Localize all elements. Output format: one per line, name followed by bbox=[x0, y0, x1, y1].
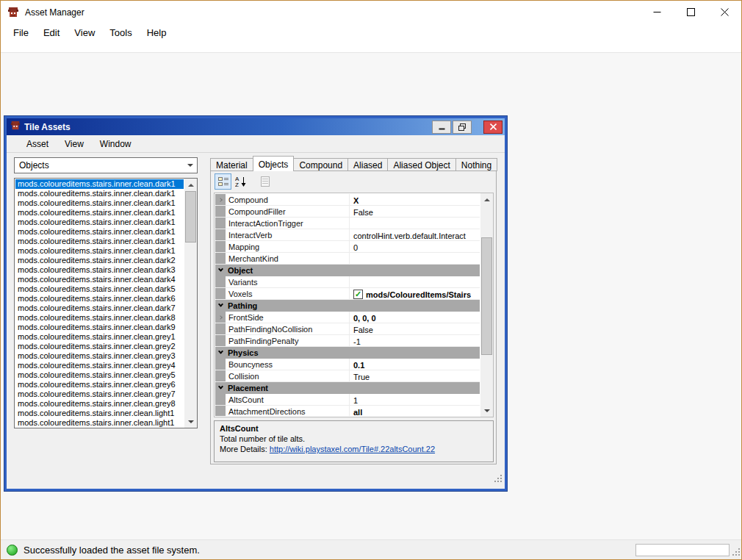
maximize-button[interactable] bbox=[674, 1, 707, 24]
scroll-down-icon[interactable] bbox=[480, 404, 493, 417]
menu-file[interactable]: File bbox=[6, 24, 36, 42]
property-name[interactable]: CompoundFiller bbox=[226, 206, 350, 217]
tab-compound[interactable]: Compound bbox=[293, 158, 348, 171]
grid-scrollbar-thumb[interactable] bbox=[481, 237, 492, 355]
category-row-pathing[interactable]: Pathing bbox=[215, 300, 480, 312]
property-name[interactable]: Mapping bbox=[226, 241, 350, 252]
collapse-icon[interactable] bbox=[215, 265, 226, 276]
minimize-button[interactable] bbox=[640, 1, 674, 24]
tab-nothing[interactable]: Nothing bbox=[455, 158, 497, 171]
property-row[interactable]: Variants bbox=[215, 276, 480, 288]
close-button[interactable] bbox=[707, 1, 741, 24]
list-item[interactable]: mods.coloureditems.stairs.inner.clean.li… bbox=[15, 418, 184, 427]
checked-checkbox-icon[interactable]: ✓ bbox=[353, 290, 363, 299]
child-close-button[interactable] bbox=[483, 121, 503, 134]
property-row[interactable]: AttachmentDirectionsall bbox=[215, 406, 480, 416]
property-row[interactable]: CompoundX bbox=[215, 194, 480, 206]
property-value[interactable]: X bbox=[350, 194, 480, 205]
property-row[interactable]: PathFindingNoCollisionFalse bbox=[215, 323, 480, 335]
child-menu-window[interactable]: Window bbox=[92, 139, 140, 149]
category-row-object[interactable]: Object bbox=[215, 265, 480, 276]
property-name[interactable]: Compound bbox=[226, 194, 350, 205]
child-titlebar[interactable]: Tile Assets bbox=[7, 118, 505, 135]
property-value[interactable]: ✓mods/ColouredItems/Stairs bbox=[350, 288, 480, 299]
property-name[interactable]: Collision bbox=[226, 370, 350, 381]
list-item[interactable]: mods.coloureditems.stairs.inner.clean.da… bbox=[15, 304, 184, 313]
collapse-icon[interactable] bbox=[215, 382, 226, 393]
property-value[interactable]: False bbox=[350, 323, 480, 334]
grid-scrollbar[interactable] bbox=[480, 193, 493, 417]
list-item[interactable]: mods.coloureditems.stairs.inner.clean.gr… bbox=[15, 380, 184, 390]
menu-view[interactable]: View bbox=[67, 24, 102, 42]
list-item[interactable]: mods.coloureditems.stairs.inner.clean.gr… bbox=[15, 399, 184, 409]
property-value[interactable]: 0.1 bbox=[350, 359, 480, 370]
property-value[interactable] bbox=[350, 276, 480, 287]
scroll-up-icon[interactable] bbox=[480, 193, 493, 206]
property-row[interactable]: Voxels✓mods/ColouredItems/Stairs bbox=[215, 288, 480, 300]
tab-aliased-object[interactable]: Aliased Object bbox=[387, 158, 455, 171]
resize-grip[interactable] bbox=[494, 473, 503, 486]
property-value[interactable]: 1 bbox=[350, 394, 480, 405]
list-item[interactable]: mods.coloureditems.stairs.inner.clean.li… bbox=[15, 409, 184, 418]
property-row[interactable]: PathFindingPenalty-1 bbox=[215, 335, 480, 347]
list-item[interactable]: mods.coloureditems.stairs.inner.clean.da… bbox=[15, 189, 184, 198]
collapse-icon[interactable] bbox=[215, 347, 226, 358]
list-item[interactable]: mods.coloureditems.stairs.inner.clean.gr… bbox=[15, 351, 184, 361]
list-item[interactable]: mods.coloureditems.stairs.inner.clean.da… bbox=[15, 256, 184, 265]
categorized-view-button[interactable] bbox=[215, 173, 231, 190]
help-link[interactable]: http://wiki.playstaxel.com/Tile#.22altsC… bbox=[270, 445, 435, 453]
list-item[interactable]: mods.coloureditems.stairs.inner.clean.da… bbox=[15, 265, 184, 275]
property-name[interactable]: FrontSide bbox=[226, 312, 350, 323]
list-item[interactable]: mods.coloureditems.stairs.inner.clean.da… bbox=[15, 218, 184, 227]
list-item[interactable]: mods.coloureditems.stairs.inner.clean.gr… bbox=[15, 361, 184, 370]
child-menu-view[interactable]: View bbox=[57, 139, 92, 149]
child-menu-asset[interactable]: Asset bbox=[18, 139, 57, 149]
property-row[interactable]: CollisionTrue bbox=[215, 370, 480, 382]
list-scrollbar[interactable] bbox=[184, 179, 197, 428]
property-row[interactable]: CompoundFillerFalse bbox=[215, 206, 480, 218]
property-row[interactable]: AltsCount1 bbox=[215, 394, 480, 406]
expand-icon[interactable] bbox=[215, 312, 226, 323]
property-name[interactable]: PathFindingNoCollision bbox=[226, 323, 350, 334]
list-item[interactable]: mods.coloureditems.stairs.inner.clean.da… bbox=[15, 275, 184, 284]
tab-objects[interactable]: Objects bbox=[253, 156, 295, 171]
tab-aliased[interactable]: Aliased bbox=[347, 158, 388, 171]
expand-icon[interactable] bbox=[215, 194, 226, 205]
property-name[interactable]: Bouncyness bbox=[226, 359, 350, 370]
property-row[interactable]: Bouncyness0.1 bbox=[215, 359, 480, 370]
list-item[interactable]: mods.coloureditems.stairs.inner.clean.da… bbox=[15, 294, 184, 304]
list-item[interactable]: mods.coloureditems.stairs.inner.clean.da… bbox=[15, 246, 184, 256]
property-value[interactable]: 0 bbox=[350, 241, 480, 252]
property-name[interactable]: Variants bbox=[226, 276, 350, 287]
property-name[interactable]: MerchantKind bbox=[226, 253, 350, 264]
property-name[interactable]: AttachmentDirections bbox=[226, 406, 350, 416]
list-item[interactable]: mods.coloureditems.stairs.inner.clean.da… bbox=[15, 198, 184, 208]
property-value[interactable]: True bbox=[350, 370, 480, 381]
property-value[interactable] bbox=[350, 253, 480, 264]
list-item[interactable]: mods.coloureditems.stairs.inner.clean.gr… bbox=[15, 332, 184, 342]
scroll-up-icon[interactable] bbox=[184, 179, 197, 191]
property-value[interactable]: controlHint.verb.default.Interact bbox=[350, 229, 480, 240]
property-name[interactable]: PathFindingPenalty bbox=[226, 335, 350, 346]
property-value[interactable]: -1 bbox=[350, 335, 480, 346]
collapse-icon[interactable] bbox=[215, 300, 226, 311]
child-minimize-button[interactable] bbox=[432, 121, 451, 134]
property-name[interactable]: Voxels bbox=[226, 288, 350, 299]
list-item[interactable]: mods.coloureditems.stairs.inner.clean.da… bbox=[15, 179, 184, 189]
property-row[interactable]: FrontSide0, 0, 0 bbox=[215, 312, 480, 323]
asset-type-combobox[interactable]: Objects bbox=[14, 157, 198, 173]
child-restore-button[interactable] bbox=[453, 121, 472, 134]
list-item[interactable]: mods.coloureditems.stairs.inner.clean.da… bbox=[15, 313, 184, 323]
property-value[interactable]: False bbox=[350, 206, 480, 217]
property-name[interactable]: AltsCount bbox=[226, 394, 350, 405]
list-item[interactable]: mods.coloureditems.stairs.inner.clean.gr… bbox=[15, 370, 184, 380]
menu-tools[interactable]: Tools bbox=[102, 24, 139, 42]
property-value[interactable] bbox=[350, 218, 480, 229]
category-row-placement[interactable]: Placement bbox=[215, 382, 480, 394]
list-scrollbar-thumb[interactable] bbox=[185, 191, 196, 243]
property-name[interactable]: InteractVerb bbox=[226, 229, 350, 240]
list-item[interactable]: mods.coloureditems.stairs.inner.clean.gr… bbox=[15, 390, 184, 399]
list-item[interactable]: mods.coloureditems.stairs.inner.clean.gr… bbox=[15, 342, 184, 351]
menu-help[interactable]: Help bbox=[140, 24, 174, 42]
property-value[interactable]: all bbox=[350, 406, 480, 416]
